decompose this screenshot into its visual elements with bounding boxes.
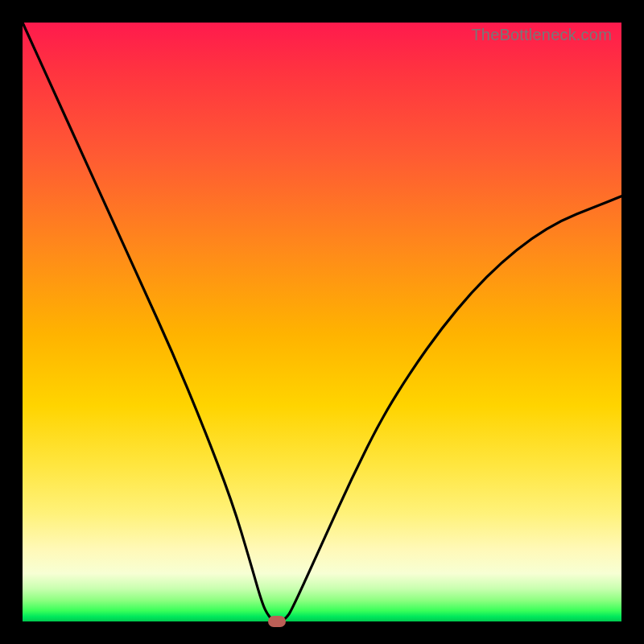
curve-svg: [23, 23, 621, 621]
chart-container: TheBottleneck.com: [0, 0, 644, 644]
plot-area: TheBottleneck.com: [23, 23, 621, 621]
bottleneck-curve-path: [23, 23, 621, 621]
bottleneck-marker: [268, 616, 286, 627]
